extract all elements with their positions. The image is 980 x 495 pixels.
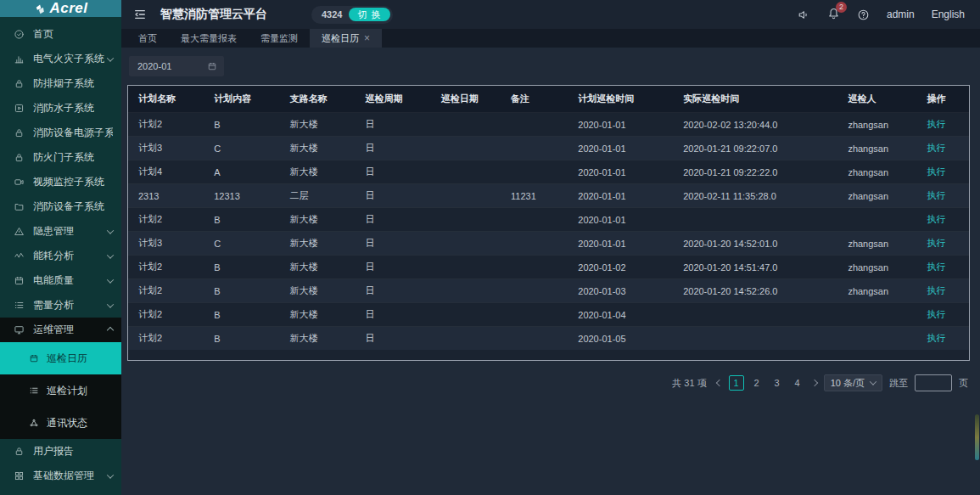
page-button-4[interactable]: 4 <box>790 375 805 391</box>
table-cell <box>837 327 916 351</box>
database-icon <box>14 470 25 481</box>
language-switcher[interactable]: English <box>932 8 965 20</box>
execute-link[interactable]: 执行 <box>927 333 946 343</box>
table-cell <box>431 327 501 351</box>
table-cell: 2020-01-01 <box>568 208 673 232</box>
table-cell: 计划2 <box>128 208 204 232</box>
wave-icon <box>14 250 25 262</box>
execute-link[interactable]: 执行 <box>927 166 946 177</box>
execute-link[interactable]: 执行 <box>927 309 946 319</box>
execute-link[interactable]: 执行 <box>927 214 946 224</box>
column-header: 支路名称 <box>279 86 355 113</box>
execute-link[interactable]: 执行 <box>927 262 946 272</box>
table-cell: 日 <box>356 137 431 160</box>
execute-link[interactable]: 执行 <box>927 238 946 248</box>
sidebar-item-label: 隐患管理 <box>33 224 74 239</box>
action-cell: 执行 <box>917 327 969 351</box>
switch-station-button[interactable]: 切 换 <box>349 8 389 21</box>
table-cell <box>431 279 501 303</box>
sidebar-item-label: 首页 <box>33 27 53 42</box>
table-cell: B <box>204 327 279 351</box>
close-icon[interactable]: × <box>364 33 370 43</box>
calendar-icon <box>14 275 25 286</box>
tab-3[interactable]: 需量监测 <box>249 29 310 48</box>
sidebar-item-2[interactable]: 电气火灾子系统 <box>0 47 121 71</box>
sidebar-item-5[interactable]: 消防设备电源子系统 <box>0 121 121 145</box>
tab-4[interactable]: 巡检日历× <box>310 29 382 48</box>
table-cell: 2020-01-01 <box>568 184 673 208</box>
sidebar-item-12[interactable]: 需量分析 <box>0 293 121 318</box>
execute-link[interactable]: 执行 <box>927 119 946 129</box>
table-cell <box>431 232 501 256</box>
table-row: 计划2B新大楼日2020-01-01执行 <box>128 208 969 232</box>
table-cell <box>501 113 568 137</box>
sidebar-item-16[interactable]: 系统设置 <box>0 488 121 495</box>
execute-link[interactable]: 执行 <box>927 143 946 153</box>
announcement-icon[interactable] <box>798 8 810 21</box>
table-cell: 2020-01-21 09:22:22.0 <box>673 160 837 184</box>
sidebar-item-6[interactable]: 防火门子系统 <box>0 145 121 170</box>
sidebar-item-9[interactable]: 隐患管理 <box>0 219 121 244</box>
table-cell <box>837 208 916 232</box>
jump-page-input[interactable] <box>915 374 952 391</box>
column-header: 计划名称 <box>128 86 204 113</box>
table-row: 计划4A新大楼日2020-01-012020-01-21 09:22:22.0z… <box>128 160 969 184</box>
action-cell: 执行 <box>917 184 969 208</box>
table-cell: 日 <box>356 232 431 256</box>
execute-link[interactable]: 执行 <box>927 190 946 200</box>
main-area: 智慧消防管理云平台 4324 切 换 2 admin English 首页最大需… <box>121 0 980 495</box>
sidebar-item-label: 防排烟子系统 <box>33 76 94 91</box>
station-id: 4324 <box>322 9 342 20</box>
table-cell: 11231 <box>501 184 568 208</box>
tab-1[interactable]: 首页 <box>126 29 169 48</box>
sidebar-item-8[interactable]: 消防设备子系统 <box>0 194 121 219</box>
next-page-icon[interactable] <box>810 380 817 386</box>
page-button-2[interactable]: 2 <box>749 375 764 391</box>
submenu-item-3[interactable]: 通讯状态 <box>0 407 121 439</box>
table-cell <box>431 184 501 208</box>
action-cell: 执行 <box>917 160 969 184</box>
calendar-icon[interactable] <box>207 61 217 71</box>
table-cell: A <box>204 160 279 184</box>
tab-2[interactable]: 最大需量报表 <box>169 29 249 48</box>
submenu-item-2[interactable]: 巡检计划 <box>0 374 121 407</box>
sidebar-item-15[interactable]: 基础数据管理 <box>0 464 121 488</box>
execute-link[interactable]: 执行 <box>927 285 946 295</box>
sidebar-item-1[interactable]: 首页 <box>0 22 121 47</box>
table-cell: zhangsan <box>837 256 916 279</box>
prev-page-icon[interactable] <box>715 380 722 386</box>
playsquare-icon <box>14 103 25 114</box>
monitor-icon <box>14 324 25 335</box>
table-cell <box>431 208 501 232</box>
page-button-3[interactable]: 3 <box>770 375 785 391</box>
table-cell: 日 <box>356 279 431 303</box>
sidebar-item-3[interactable]: 防排烟子系统 <box>0 71 121 96</box>
month-picker[interactable] <box>129 56 224 76</box>
sidebar-item-13[interactable]: 运维管理 <box>0 318 121 342</box>
submenu-item-1[interactable]: 巡检日历 <box>0 342 121 374</box>
sidebar-item-label: 能耗分析 <box>33 249 74 263</box>
sidebar-item-10[interactable]: 能耗分析 <box>0 244 121 268</box>
sidebar-item-11[interactable]: 电能质量 <box>0 268 121 293</box>
table-cell <box>431 303 501 327</box>
table-cell: 2020-01-20 14:51:47.0 <box>673 256 837 279</box>
menu-fold-icon[interactable] <box>133 8 147 21</box>
column-header: 巡检周期 <box>356 86 431 113</box>
table-cell <box>431 160 501 184</box>
notifications-button[interactable]: 2 <box>827 7 840 22</box>
table-row: 计划3C新大楼日2020-01-012020-01-20 14:52:01.0z… <box>128 232 969 256</box>
page-size-select[interactable]: 10 条/页 <box>824 374 882 391</box>
table-cell: 新大楼 <box>279 279 355 303</box>
vertical-scrollbar-thumb[interactable] <box>975 414 979 460</box>
user-menu[interactable]: admin <box>887 8 915 20</box>
table-cell: 2020-01-03 <box>568 279 673 303</box>
sidebar-item-14[interactable]: 用户报告 <box>0 439 121 464</box>
page-button-1[interactable]: 1 <box>729 375 744 391</box>
video-icon <box>14 177 25 188</box>
help-icon[interactable] <box>857 8 870 21</box>
home-icon <box>14 29 25 40</box>
table-cell: zhangsan <box>837 279 916 303</box>
table-cell: zhangsan <box>837 184 916 208</box>
sidebar-item-7[interactable]: 视频监控子系统 <box>0 170 121 194</box>
sidebar-item-4[interactable]: 消防水子系统 <box>0 96 121 121</box>
